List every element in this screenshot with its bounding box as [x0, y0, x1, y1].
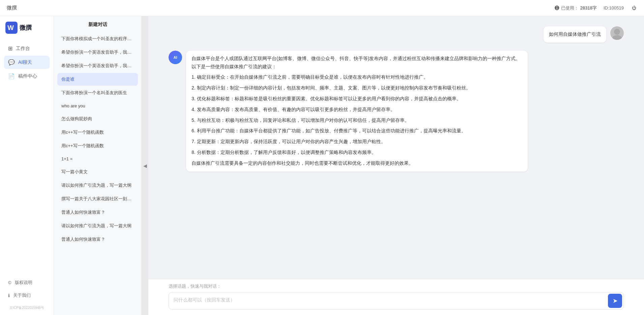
- ai-avatar: AI: [169, 51, 182, 64]
- history-item-h13[interactable]: 撰写一篇关于八大家花园社区一刻钟便民生...: [57, 192, 138, 205]
- sidebar: W 微撰 ⊞ 工作台 💬 AI聊天 📄 稿件中心 © 版权说明: [0, 16, 54, 315]
- svg-text:W: W: [7, 24, 14, 31]
- sidebar-bottom: © 版权说明 ℹ 关于我们: [0, 274, 54, 304]
- user-message-row: 如何用自媒体做推广引流: [169, 26, 624, 43]
- history-item-h9[interactable]: 用c++写一个随机函数: [57, 139, 138, 152]
- send-button[interactable]: ➤: [608, 294, 622, 308]
- ai-message-row: AI 自媒体平台是个人或团队通过互联网平台(如博客、微博、微信公众号、抖音、快手…: [169, 51, 624, 172]
- svg-point-3: [612, 35, 622, 40]
- drafts-label: 稿件中心: [18, 73, 37, 79]
- chat-input[interactable]: [169, 293, 607, 309]
- history-item-h8[interactable]: 用c++写一个随机函数: [57, 126, 138, 139]
- ai-para-2: 2. 制定内容计划：制定一份详细的内容计划，包括发布时间、频率、主题、文案、图片…: [192, 84, 522, 92]
- usage-icon: 🅘: [555, 5, 559, 11]
- topbar-right: 🅘 已使用： 28318字 ID:100519 ⏻: [555, 5, 637, 11]
- ai-para-1: 1. 确定目标受众：在开始自媒体推广引流之前，需要明确目标受众是谁，以便在发布内…: [192, 73, 522, 81]
- history-item-h7[interactable]: 怎么做狗屁炒肉: [57, 112, 138, 125]
- ai-avatar-label: AI: [174, 55, 177, 59]
- quick-label: 选择话题，快速与我对话：: [169, 283, 624, 289]
- copyright-label: 版权说明: [15, 280, 32, 286]
- history-item-h1[interactable]: 下面你将模拟成一个叫圣友的程序员，我说...: [57, 32, 138, 45]
- chat-main: 如何用自媒体做推广引流 AI 自媒体平台是个人或团队通过互联网平台(如博客、微博…: [148, 16, 644, 315]
- chat-input-area: 选择话题，快速与我对话： ➤: [148, 279, 644, 315]
- sidebar-nav: ⊞ 工作台 💬 AI聊天 📄 稿件中心: [0, 39, 54, 85]
- history-item-h5[interactable]: 下面你将扮演一个名叫圣友的医生: [57, 86, 138, 99]
- user-message-bubble: 如何用自媒体做推广引流: [544, 26, 606, 43]
- workbench-icon: ⊞: [8, 45, 12, 52]
- usage-label: 已使用：: [561, 5, 579, 11]
- topbar: 微撰 🅘 已使用： 28318字 ID:100519 ⏻: [0, 0, 644, 16]
- ai-chat-label: AI聊天: [18, 59, 32, 65]
- history-item-h15[interactable]: 请以如何推广引流为题，写一篇大纲: [57, 219, 138, 232]
- new-chat-button[interactable]: 新建对话: [54, 16, 141, 31]
- sidebar-item-workbench[interactable]: ⊞ 工作台: [4, 42, 50, 55]
- collapse-panel-button[interactable]: ◀: [142, 16, 148, 315]
- sidebar-item-copyright[interactable]: © 版权说明: [4, 277, 50, 289]
- history-item-h3[interactable]: 希望你扮演一个英语发音助手，我提供给你...: [57, 59, 138, 72]
- ai-para-6: 6. 利用平台推广功能：自媒体平台都提供了推广功能，如广告投放、付费推广等，可以…: [192, 127, 522, 135]
- user-avatar: [610, 26, 624, 40]
- history-item-h4[interactable]: 你是谁: [57, 73, 138, 86]
- ai-para-9: 自媒体推广引流需要具备一定的内容创作和社交能力，同时也需要不断尝试和优化，才能取…: [192, 159, 522, 167]
- ai-chat-icon: 💬: [8, 59, 15, 65]
- ai-para-4: 4. 发布高质量内容：发布高质量、有价值、有趣的内容可以吸引更多的粉丝，并提高用…: [192, 106, 522, 114]
- sidebar-item-ai-chat[interactable]: 💬 AI聊天: [4, 56, 50, 69]
- user-message-text: 如何用自媒体做推广引流: [549, 31, 601, 37]
- logo-icon: W: [5, 22, 18, 34]
- history-item-h12[interactable]: 请以如何推广引流为题，写一篇大纲: [57, 179, 138, 192]
- sidebar-item-about[interactable]: ℹ 关于我们: [4, 289, 50, 301]
- history-item-h2[interactable]: 希望你扮演一个英语发音助手，我提供给你...: [57, 46, 138, 59]
- copyright-icon: ©: [8, 280, 11, 285]
- svg-point-2: [614, 29, 620, 35]
- chat-history-list: 下面你将模拟成一个叫圣友的程序员，我说... 希望你扮演一个英语发音助手，我提供…: [54, 31, 141, 315]
- sidebar-logo: W 微撰: [0, 16, 54, 39]
- chat-messages: 如何用自媒体做推广引流 AI 自媒体平台是个人或团队通过互联网平台(如博客、微博…: [148, 16, 644, 279]
- history-item-h16[interactable]: 普通人如何快速致富？: [57, 233, 138, 246]
- history-item-h10[interactable]: 1+1 =: [57, 153, 138, 165]
- power-button[interactable]: ⏻: [631, 5, 637, 11]
- topbar-usage: 🅘 已使用： 28318字: [555, 5, 597, 11]
- workbench-label: 工作台: [16, 46, 30, 52]
- topbar-id: ID:100519: [604, 5, 624, 10]
- chevron-left-icon: ◀: [143, 163, 147, 168]
- history-item-h11[interactable]: 写一篇小黄文: [57, 165, 138, 178]
- sidebar-item-drafts[interactable]: 📄 稿件中心: [4, 70, 50, 83]
- history-item-h6[interactable]: who are you: [57, 100, 138, 112]
- drafts-icon: 📄: [8, 73, 15, 79]
- sidebar-icp: 京ICP备2022015948号: [0, 304, 54, 312]
- ai-para-0: 自媒体平台是个人或团队通过互联网平台(如博客、微博、微信公众号、抖音、快手等)发…: [192, 55, 522, 71]
- about-label: 关于我们: [13, 292, 31, 298]
- ai-para-5: 5. 与粉丝互动：积极与粉丝互动，回复评论和私信，可以增加用户对你的认可和信任，…: [192, 116, 522, 125]
- ai-para-7: 7. 定期更新：定期更新内容，保持活跃度，可以让用户对你的内容产生兴趣，增加用户…: [192, 138, 522, 146]
- ai-para-3: 3. 优化标题和标签：标题和标签是吸引粉丝的重要因素。优化标题和标签可以让更多的…: [192, 95, 522, 103]
- chat-history-panel: 新建对话 下面你将模拟成一个叫圣友的程序员，我说... 希望你扮演一个英语发音助…: [54, 16, 142, 315]
- usage-value: 28318字: [580, 5, 597, 11]
- logo-text: 微撰: [20, 24, 32, 32]
- topbar-title: 微撰: [7, 5, 17, 11]
- about-icon: ℹ: [8, 293, 10, 298]
- send-icon: ➤: [613, 297, 618, 305]
- ai-para-8: 8. 分析数据：定期分析数据，了解用户反馈和喜好，以便调整推广策略和内容发布频率…: [192, 149, 522, 157]
- history-item-h14[interactable]: 普通人如何快速致富？: [57, 206, 138, 219]
- chat-input-wrapper: ➤: [169, 292, 624, 310]
- ai-message-bubble: 自媒体平台是个人或团队通过互联网平台(如博客、微博、微信公众号、抖音、快手等)发…: [186, 51, 528, 172]
